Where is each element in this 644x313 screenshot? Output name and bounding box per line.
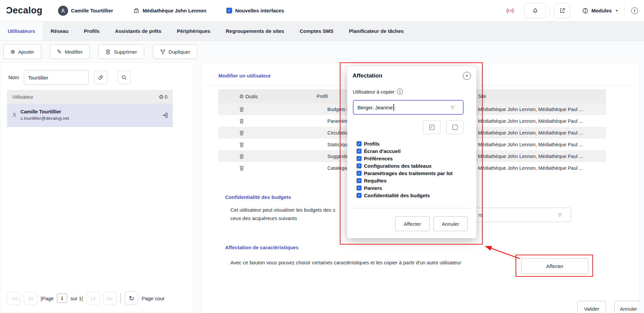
checked-checkbox-icon[interactable] [357,178,362,183]
modal-title: Affectation [353,72,382,79]
checked-checkbox-icon[interactable] [357,156,362,161]
topbar: Ɔecalog Camille Tourtillier Médiathèque … [0,0,644,21]
tab-planificateur-taches[interactable]: Planificateur de tâches [341,21,411,41]
row-site: Médiathèque John Lennon, Médiathèque Pau… [478,130,603,136]
user-to-copy-label: Utilisateur à copier i [353,89,403,95]
notifications-button[interactable] [524,3,546,18]
current-library[interactable]: Médiathèque John Lennon [133,7,206,14]
assign-button[interactable]: Affecter [521,258,588,274]
checked-checkbox-icon[interactable] [357,149,362,154]
user-item-name: Camille Tourtillier [20,109,69,115]
uncheck-all-button[interactable] [446,120,464,134]
option-label: Préférences [364,156,393,161]
tab-profils[interactable]: Profils [76,21,107,41]
search-button[interactable] [117,71,131,84]
dropdown-arrow-icon[interactable]: ▽ [558,212,561,217]
add-button[interactable]: ⊕ Ajouter [3,44,41,59]
edit-button-label: Modifier [65,49,83,55]
divider [353,208,471,208]
col-profil-label: Profil [317,94,328,99]
page-number-input[interactable] [57,294,67,303]
option-configurations-tableaux[interactable]: Configurations des tableaux [357,163,432,169]
modal-assign-button[interactable]: Affecter [395,216,430,231]
user-item-email: c.tourtillier@decalog.net [20,115,69,121]
user-to-copy-combobox[interactable]: Berger, Jeanine ▽ [353,100,464,115]
option-label: Requêtes [364,178,387,184]
plus-circle-icon: ⊕ [10,49,15,55]
option-requetes[interactable]: Requêtes [357,178,387,184]
info-icon[interactable]: i [631,7,638,14]
tab-comptes-sms[interactable]: Comptes SMS [292,21,341,41]
trash-icon[interactable] [239,165,244,171]
checked-checkbox-icon[interactable] [357,193,362,198]
person-icon [12,112,17,118]
trash-icon[interactable] [239,118,244,124]
checked-checkbox-icon[interactable] [357,163,362,168]
tab-reseau[interactable]: Réseau [43,21,76,41]
previous-page-button[interactable]: |◁ [24,292,37,305]
budget-privacy-description: Cet utilisateur peut visualiser les budg… [230,206,335,222]
tab-assistants-prets[interactable]: Assistants de prêts [107,21,169,41]
checked-checkbox-icon[interactable] [226,8,232,13]
option-label: Paniers [364,185,382,191]
name-filter-input[interactable] [24,70,89,85]
broadcast-icon[interactable] [506,7,514,15]
user-list-item-selected[interactable]: Camille Tourtillier c.tourtillier@decalo… [7,104,173,127]
option-label: Paramétrages des traitements par lot [364,170,452,176]
first-page-button[interactable]: ◁◁ [7,292,20,305]
delete-button[interactable]: Supprimer [98,44,144,59]
app-logo: Ɔecalog [6,5,43,16]
dropdown-arrow-icon[interactable]: ▽ [451,105,454,110]
modules-menu[interactable]: Modules ▾ [582,8,618,14]
checked-checkbox-icon[interactable] [357,186,362,191]
trash-icon[interactable] [239,130,244,136]
user-avatar-icon [58,6,68,16]
option-ecran-accueil[interactable]: Écran d'accueil [357,148,400,154]
next-page-button[interactable]: ▷| [86,292,100,305]
info-icon[interactable]: i [397,89,403,95]
gear-count: 0 [165,94,167,100]
close-icon[interactable]: × [463,72,471,80]
checked-box-icon: ✓ [429,125,434,130]
clear-filter-button[interactable] [94,71,107,84]
modal-cancel-button[interactable]: Annuler [433,216,468,231]
topbar-divider [624,6,625,16]
edit-button[interactable]: ✎ Modifier [50,44,90,59]
last-page-button[interactable]: ▷▷ [103,292,116,305]
trash-icon[interactable] [239,106,244,112]
trash-icon[interactable] [239,153,244,159]
tab-utilisateurs[interactable]: Utilisateurs [0,21,43,41]
new-interfaces-toggle[interactable]: Nouvelles interfaces [226,8,284,13]
option-profils[interactable]: Profils [357,141,380,147]
login-as-icon[interactable] [162,112,168,118]
option-label: Écran d'accueil [364,148,400,154]
checked-checkbox-icon[interactable] [357,141,362,146]
validate-button[interactable]: Valider [577,301,606,313]
option-preferences[interactable]: Préférences [357,156,393,161]
tab-peripheriques[interactable]: Périphériques [169,21,218,41]
buyers-dropdown[interactable]: rs ▽ [474,208,571,222]
row-site: Médiathèque John Lennon, Médiathèque Pau… [478,107,603,112]
current-library-name: Médiathèque John Lennon [143,8,206,13]
modules-label: Modules [591,8,612,13]
budget-privacy-line1: Cet utilisateur peut visualiser les budg… [230,206,335,214]
delete-button-label: Supprimer [114,49,137,55]
refresh-button[interactable]: ↻ [125,292,138,305]
tab-regroupements-sites[interactable]: Regroupements de sites [218,21,292,41]
module-tabbar: Utilisateurs Réseau Profils Assistants d… [0,21,644,41]
col-site-label: Site [478,94,603,99]
check-all-button[interactable]: ✓ [423,120,440,134]
current-user[interactable]: Camille Tourtillier [58,6,113,16]
option-confidentialite-budgets[interactable]: Confidentialité des budgets [357,193,430,198]
trash-icon[interactable] [239,142,244,147]
option-parametrages-lot[interactable]: Paramétrages des traitements par lot [357,170,452,176]
checked-checkbox-icon[interactable] [357,171,362,176]
modules-icon [582,8,588,14]
row-site: Médiathèque John Lennon, Médiathèque Pau… [478,118,603,124]
cancel-button[interactable]: Annuler [614,301,640,313]
gear-icon[interactable]: ⚙ [159,94,164,100]
option-paniers[interactable]: Paniers [357,185,382,191]
external-window-button[interactable] [554,3,570,18]
duplicate-button[interactable]: Dupliquer [153,44,197,59]
topbar-divider [550,6,550,16]
